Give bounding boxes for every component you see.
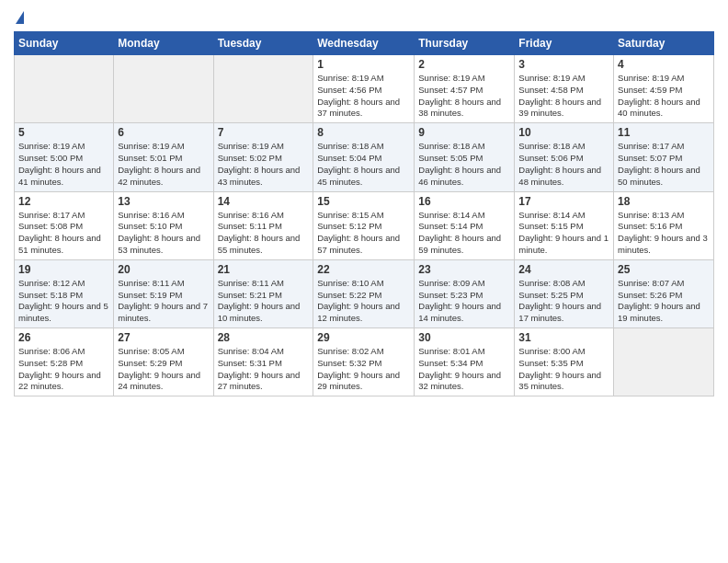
day-cell: 2Sunrise: 8:19 AM Sunset: 4:57 PM Daylig… (415, 55, 515, 123)
day-number: 3 (518, 58, 609, 71)
day-number: 5 (18, 126, 109, 139)
day-info: Sunrise: 8:16 AM Sunset: 5:10 PM Dayligh… (118, 210, 209, 257)
day-number: 15 (317, 195, 410, 208)
day-number: 27 (118, 331, 209, 344)
day-number: 19 (18, 263, 109, 276)
day-info: Sunrise: 8:17 AM Sunset: 5:07 PM Dayligh… (618, 141, 710, 188)
header-cell-friday: Friday (515, 32, 614, 55)
header (14, 9, 714, 26)
day-number: 9 (418, 126, 510, 139)
week-row-3: 12Sunrise: 8:17 AM Sunset: 5:08 PM Dayli… (15, 191, 714, 259)
logo (14, 9, 24, 26)
day-number: 12 (18, 195, 109, 208)
day-cell: 16Sunrise: 8:14 AM Sunset: 5:14 PM Dayli… (415, 191, 515, 259)
day-cell: 11Sunrise: 8:17 AM Sunset: 5:07 PM Dayli… (614, 123, 714, 191)
week-row-4: 19Sunrise: 8:12 AM Sunset: 5:18 PM Dayli… (15, 259, 714, 327)
day-cell: 3Sunrise: 8:19 AM Sunset: 4:58 PM Daylig… (515, 55, 614, 123)
day-cell: 9Sunrise: 8:18 AM Sunset: 5:05 PM Daylig… (415, 123, 515, 191)
day-cell: 24Sunrise: 8:08 AM Sunset: 5:25 PM Dayli… (515, 259, 614, 327)
day-cell: 14Sunrise: 8:16 AM Sunset: 5:11 PM Dayli… (213, 191, 313, 259)
day-info: Sunrise: 8:17 AM Sunset: 5:08 PM Dayligh… (18, 210, 109, 257)
header-cell-tuesday: Tuesday (213, 32, 313, 55)
day-cell: 26Sunrise: 8:06 AM Sunset: 5:28 PM Dayli… (15, 328, 114, 396)
day-info: Sunrise: 8:04 AM Sunset: 5:31 PM Dayligh… (218, 346, 310, 393)
day-cell: 31Sunrise: 8:00 AM Sunset: 5:35 PM Dayli… (515, 328, 614, 396)
day-number: 6 (118, 126, 209, 139)
day-info: Sunrise: 8:11 AM Sunset: 5:19 PM Dayligh… (118, 278, 209, 325)
logo-triangle-icon (16, 11, 24, 24)
day-info: Sunrise: 8:19 AM Sunset: 5:00 PM Dayligh… (18, 141, 109, 188)
day-number: 28 (218, 331, 310, 344)
day-number: 24 (518, 263, 609, 276)
day-info: Sunrise: 8:01 AM Sunset: 5:34 PM Dayligh… (418, 346, 510, 393)
day-info: Sunrise: 8:10 AM Sunset: 5:22 PM Dayligh… (317, 278, 410, 325)
day-cell: 23Sunrise: 8:09 AM Sunset: 5:23 PM Dayli… (415, 259, 515, 327)
day-cell: 12Sunrise: 8:17 AM Sunset: 5:08 PM Dayli… (15, 191, 114, 259)
day-number: 1 (317, 58, 410, 71)
header-cell-saturday: Saturday (614, 32, 714, 55)
day-info: Sunrise: 8:02 AM Sunset: 5:32 PM Dayligh… (317, 346, 410, 393)
day-info: Sunrise: 8:12 AM Sunset: 5:18 PM Dayligh… (18, 278, 109, 325)
day-number: 2 (418, 58, 510, 71)
day-number: 29 (317, 331, 410, 344)
day-cell (213, 55, 313, 123)
day-info: Sunrise: 8:11 AM Sunset: 5:21 PM Dayligh… (218, 278, 310, 325)
day-number: 8 (317, 126, 410, 139)
day-cell: 21Sunrise: 8:11 AM Sunset: 5:21 PM Dayli… (213, 259, 313, 327)
page: SundayMondayTuesdayWednesdayThursdayFrid… (0, 0, 728, 563)
day-cell: 27Sunrise: 8:05 AM Sunset: 5:29 PM Dayli… (114, 328, 213, 396)
week-row-2: 5Sunrise: 8:19 AM Sunset: 5:00 PM Daylig… (15, 123, 714, 191)
day-info: Sunrise: 8:07 AM Sunset: 5:26 PM Dayligh… (618, 278, 710, 325)
day-number: 11 (618, 126, 710, 139)
day-number: 18 (618, 195, 710, 208)
day-info: Sunrise: 8:18 AM Sunset: 5:04 PM Dayligh… (317, 141, 410, 188)
day-info: Sunrise: 8:08 AM Sunset: 5:25 PM Dayligh… (518, 278, 609, 325)
day-number: 13 (118, 195, 209, 208)
day-info: Sunrise: 8:14 AM Sunset: 5:15 PM Dayligh… (518, 210, 609, 257)
calendar: SundayMondayTuesdayWednesdayThursdayFrid… (14, 31, 714, 396)
day-cell (614, 328, 714, 396)
day-info: Sunrise: 8:00 AM Sunset: 5:35 PM Dayligh… (518, 346, 609, 393)
day-number: 22 (317, 263, 410, 276)
day-cell: 13Sunrise: 8:16 AM Sunset: 5:10 PM Dayli… (114, 191, 213, 259)
week-row-5: 26Sunrise: 8:06 AM Sunset: 5:28 PM Dayli… (15, 328, 714, 396)
header-cell-wednesday: Wednesday (313, 32, 415, 55)
day-info: Sunrise: 8:14 AM Sunset: 5:14 PM Dayligh… (418, 210, 510, 257)
day-number: 31 (518, 331, 609, 344)
day-cell: 6Sunrise: 8:19 AM Sunset: 5:01 PM Daylig… (114, 123, 213, 191)
calendar-header-row: SundayMondayTuesdayWednesdayThursdayFrid… (15, 32, 714, 55)
day-cell: 1Sunrise: 8:19 AM Sunset: 4:56 PM Daylig… (313, 55, 415, 123)
day-cell: 20Sunrise: 8:11 AM Sunset: 5:19 PM Dayli… (114, 259, 213, 327)
day-info: Sunrise: 8:06 AM Sunset: 5:28 PM Dayligh… (18, 346, 109, 393)
day-number: 30 (418, 331, 510, 344)
day-info: Sunrise: 8:15 AM Sunset: 5:12 PM Dayligh… (317, 210, 410, 257)
day-number: 26 (18, 331, 109, 344)
header-cell-monday: Monday (114, 32, 213, 55)
day-info: Sunrise: 8:19 AM Sunset: 4:59 PM Dayligh… (618, 73, 710, 120)
day-cell: 17Sunrise: 8:14 AM Sunset: 5:15 PM Dayli… (515, 191, 614, 259)
day-info: Sunrise: 8:18 AM Sunset: 5:05 PM Dayligh… (418, 141, 510, 188)
day-number: 10 (518, 126, 609, 139)
day-number: 20 (118, 263, 209, 276)
day-number: 14 (218, 195, 310, 208)
day-cell: 22Sunrise: 8:10 AM Sunset: 5:22 PM Dayli… (313, 259, 415, 327)
day-info: Sunrise: 8:19 AM Sunset: 4:57 PM Dayligh… (418, 73, 510, 120)
day-info: Sunrise: 8:19 AM Sunset: 4:56 PM Dayligh… (317, 73, 410, 120)
day-number: 16 (418, 195, 510, 208)
header-cell-thursday: Thursday (415, 32, 515, 55)
day-cell: 29Sunrise: 8:02 AM Sunset: 5:32 PM Dayli… (313, 328, 415, 396)
day-number: 7 (218, 126, 310, 139)
day-number: 21 (218, 263, 310, 276)
day-info: Sunrise: 8:19 AM Sunset: 5:01 PM Dayligh… (118, 141, 209, 188)
day-cell: 10Sunrise: 8:18 AM Sunset: 5:06 PM Dayli… (515, 123, 614, 191)
day-number: 25 (618, 263, 710, 276)
day-info: Sunrise: 8:19 AM Sunset: 4:58 PM Dayligh… (518, 73, 609, 120)
day-info: Sunrise: 8:13 AM Sunset: 5:16 PM Dayligh… (618, 210, 710, 257)
day-cell: 4Sunrise: 8:19 AM Sunset: 4:59 PM Daylig… (614, 55, 714, 123)
day-cell: 19Sunrise: 8:12 AM Sunset: 5:18 PM Dayli… (15, 259, 114, 327)
day-info: Sunrise: 8:16 AM Sunset: 5:11 PM Dayligh… (218, 210, 310, 257)
day-info: Sunrise: 8:19 AM Sunset: 5:02 PM Dayligh… (218, 141, 310, 188)
day-cell: 25Sunrise: 8:07 AM Sunset: 5:26 PM Dayli… (614, 259, 714, 327)
day-info: Sunrise: 8:05 AM Sunset: 5:29 PM Dayligh… (118, 346, 209, 393)
day-number: 4 (618, 58, 710, 71)
